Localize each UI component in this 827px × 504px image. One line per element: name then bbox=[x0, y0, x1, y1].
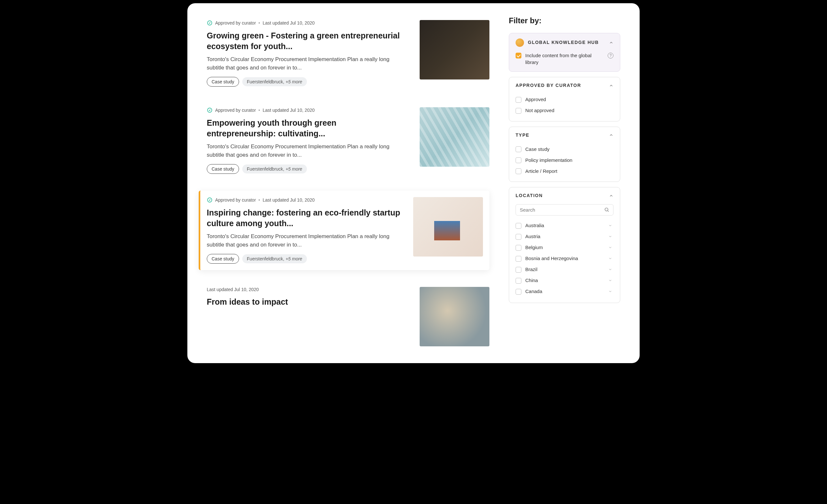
filter-option[interactable]: Approved bbox=[516, 94, 614, 105]
card-thumbnail bbox=[420, 107, 489, 167]
hub-icon bbox=[516, 39, 524, 47]
card-meta: Approved by curator•Last updated Jul 10,… bbox=[207, 197, 400, 203]
chevron-down-icon[interactable] bbox=[608, 290, 612, 293]
content-card[interactable]: Last updated Jul 10, 2020From ideas to i… bbox=[207, 283, 489, 350]
updated-label: Last updated Jul 10, 2020 bbox=[263, 20, 314, 26]
chevron-up-icon bbox=[609, 194, 614, 198]
country-label: Bosnia and Herzegovina bbox=[525, 256, 578, 261]
option-label: Article / Report bbox=[525, 168, 557, 174]
card-title: Growing green - Fostering a green entrep… bbox=[207, 31, 407, 51]
option-label: Case study bbox=[525, 146, 549, 152]
meta-separator: • bbox=[258, 108, 260, 113]
checkbox[interactable] bbox=[516, 267, 521, 273]
card-thumbnail bbox=[420, 20, 489, 80]
svg-line-4 bbox=[607, 211, 609, 212]
filter-header-type[interactable]: TYPE bbox=[509, 127, 620, 144]
card-thumbnail bbox=[413, 197, 483, 256]
country-label: China bbox=[525, 278, 538, 283]
content-card[interactable]: Approved by curator•Last updated Jul 10,… bbox=[207, 16, 489, 91]
tag-location[interactable]: Fuerstenfeldbruck, +5 more bbox=[242, 254, 307, 263]
card-meta: Approved by curator•Last updated Jul 10,… bbox=[207, 107, 407, 113]
location-option[interactable]: Austria bbox=[516, 231, 612, 242]
updated-label: Last updated Jul 10, 2020 bbox=[263, 108, 314, 113]
country-label: Austria bbox=[525, 234, 540, 239]
location-option[interactable]: Australia bbox=[516, 220, 612, 231]
filter-panel-location: LOCATION AustraliaAustriaBelgiumBosnia a… bbox=[509, 187, 620, 303]
checkbox[interactable] bbox=[516, 245, 521, 251]
card-description: Toronto's Circular Economy Procurement I… bbox=[207, 143, 407, 159]
filter-option[interactable]: Article / Report bbox=[516, 165, 614, 177]
chevron-up-icon bbox=[609, 40, 614, 45]
checkbox[interactable] bbox=[516, 168, 521, 174]
chevron-down-icon[interactable] bbox=[608, 279, 612, 283]
card-body: Last updated Jul 10, 2020From ideas to i… bbox=[207, 287, 407, 311]
location-option[interactable]: China bbox=[516, 275, 612, 286]
approved-check-icon bbox=[207, 20, 212, 26]
filter-option[interactable]: Policy implementation bbox=[516, 154, 614, 165]
checkbox[interactable] bbox=[516, 146, 521, 152]
option-label: Approved bbox=[525, 97, 546, 102]
chevron-down-icon[interactable] bbox=[608, 267, 612, 271]
content-card[interactable]: Approved by curator•Last updated Jul 10,… bbox=[199, 191, 489, 270]
tag-primary[interactable]: Case study bbox=[207, 164, 239, 174]
country-label: Australia bbox=[525, 222, 544, 228]
checkbox[interactable] bbox=[516, 256, 521, 262]
location-option[interactable]: Belgium bbox=[516, 242, 612, 253]
card-title: Inspiring change: fostering an eco-frien… bbox=[207, 207, 400, 229]
card-title: Empowering youth through green entrepren… bbox=[207, 117, 407, 139]
tag-primary[interactable]: Case study bbox=[207, 254, 239, 264]
approved-label: Approved by curator bbox=[215, 20, 256, 26]
location-search-box bbox=[516, 204, 614, 215]
checkbox[interactable] bbox=[516, 97, 521, 103]
country-label: Belgium bbox=[525, 245, 543, 250]
location-list[interactable]: AustraliaAustriaBelgiumBosnia and Herzeg… bbox=[516, 220, 614, 298]
chevron-down-icon[interactable] bbox=[608, 223, 612, 228]
filter-option[interactable]: Not approved bbox=[516, 105, 614, 116]
filter-panel-type: TYPE Case studyPolicy implementationArti… bbox=[509, 127, 620, 182]
filter-header-location[interactable]: LOCATION bbox=[509, 187, 620, 204]
chevron-down-icon[interactable] bbox=[608, 235, 612, 239]
location-option[interactable]: India bbox=[516, 297, 612, 298]
approved-label: Approved by curator bbox=[215, 108, 256, 113]
global-hub-title: GLOBAL KNOWLEDGE HUB bbox=[528, 39, 599, 46]
chevron-up-icon bbox=[609, 133, 614, 137]
filter-option[interactable]: Case study bbox=[516, 143, 614, 154]
help-icon[interactable]: ? bbox=[607, 53, 614, 58]
meta-separator: • bbox=[258, 20, 260, 26]
tag-location[interactable]: Fuerstenfeldbruck, +5 more bbox=[242, 164, 307, 173]
location-option[interactable]: Brazil bbox=[516, 264, 612, 275]
filter-panel-global: GLOBAL KNOWLEDGE HUB Include content fro… bbox=[509, 33, 620, 72]
filter-header-curator[interactable]: APPROVED BY CURATOR bbox=[509, 77, 620, 94]
checkbox[interactable] bbox=[516, 278, 521, 284]
checkbox[interactable] bbox=[516, 157, 521, 163]
country-label: Brazil bbox=[525, 266, 538, 272]
tag-location[interactable]: Fuerstenfeldbruck, +5 more bbox=[242, 77, 307, 86]
checkbox[interactable] bbox=[516, 234, 521, 240]
card-body: Approved by curator•Last updated Jul 10,… bbox=[207, 107, 407, 174]
location-option[interactable]: Bosnia and Herzegovina bbox=[516, 253, 612, 264]
tag-primary[interactable]: Case study bbox=[207, 77, 239, 87]
meta-separator: • bbox=[258, 197, 260, 203]
location-search-input[interactable] bbox=[520, 207, 604, 213]
checkbox[interactable] bbox=[516, 289, 521, 295]
card-description: Toronto's Circular Economy Procurement I… bbox=[207, 232, 400, 249]
card-body: Approved by curator•Last updated Jul 10,… bbox=[207, 197, 400, 264]
include-global-checkbox[interactable] bbox=[516, 53, 521, 58]
card-thumbnail bbox=[420, 287, 489, 346]
search-icon bbox=[604, 207, 609, 212]
approved-label: Approved by curator bbox=[215, 197, 256, 203]
filter-header-global[interactable]: GLOBAL KNOWLEDGE HUB bbox=[509, 33, 620, 52]
checkbox[interactable] bbox=[516, 108, 521, 114]
option-label: Not approved bbox=[525, 108, 554, 113]
card-tags: Case studyFuerstenfeldbruck, +5 more bbox=[207, 254, 400, 264]
chevron-down-icon[interactable] bbox=[608, 246, 612, 249]
card-body: Approved by curator•Last updated Jul 10,… bbox=[207, 20, 407, 87]
location-option[interactable]: Canada bbox=[516, 286, 612, 297]
card-tags: Case studyFuerstenfeldbruck, +5 more bbox=[207, 164, 407, 174]
card-description: Toronto's Circular Economy Procurement I… bbox=[207, 55, 407, 72]
content-card[interactable]: Approved by curator•Last updated Jul 10,… bbox=[207, 103, 489, 178]
curator-title: APPROVED BY CURATOR bbox=[516, 83, 581, 89]
checkbox[interactable] bbox=[516, 223, 521, 229]
chevron-down-icon[interactable] bbox=[608, 256, 612, 260]
approved-check-icon bbox=[207, 107, 212, 113]
